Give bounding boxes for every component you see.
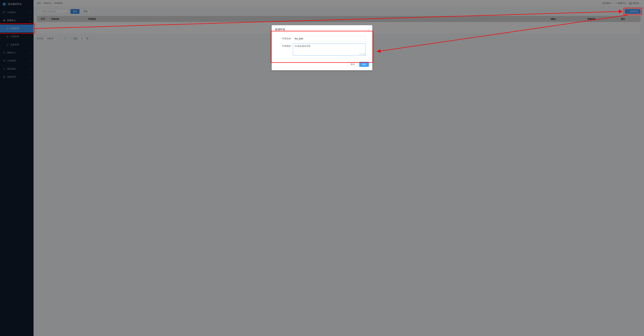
form-row-env-desc: 环境描述 8/200	[278, 44, 366, 56]
env-name-label: *环境名称	[278, 36, 293, 41]
char-counter: 8/200	[359, 53, 364, 55]
dialog-title: 新增环境	[272, 25, 372, 32]
modal-mask[interactable]: 新增环境 *环境名称 环境描述 8/200 取消 保存	[0, 0, 644, 336]
form-row-env-name: *环境名称	[278, 36, 366, 41]
env-desc-label: 环境描述	[278, 44, 293, 49]
dialog-close-button[interactable]	[366, 28, 370, 32]
env-name-input[interactable]	[293, 36, 366, 41]
env-desc-textarea[interactable]	[293, 44, 366, 56]
required-mark: *	[281, 37, 282, 40]
save-button[interactable]: 保存	[359, 62, 369, 67]
close-icon	[367, 28, 369, 30]
add-env-dialog: 新增环境 *环境名称 环境描述 8/200 取消 保存	[272, 25, 372, 70]
cancel-button[interactable]: 取消	[348, 62, 358, 67]
